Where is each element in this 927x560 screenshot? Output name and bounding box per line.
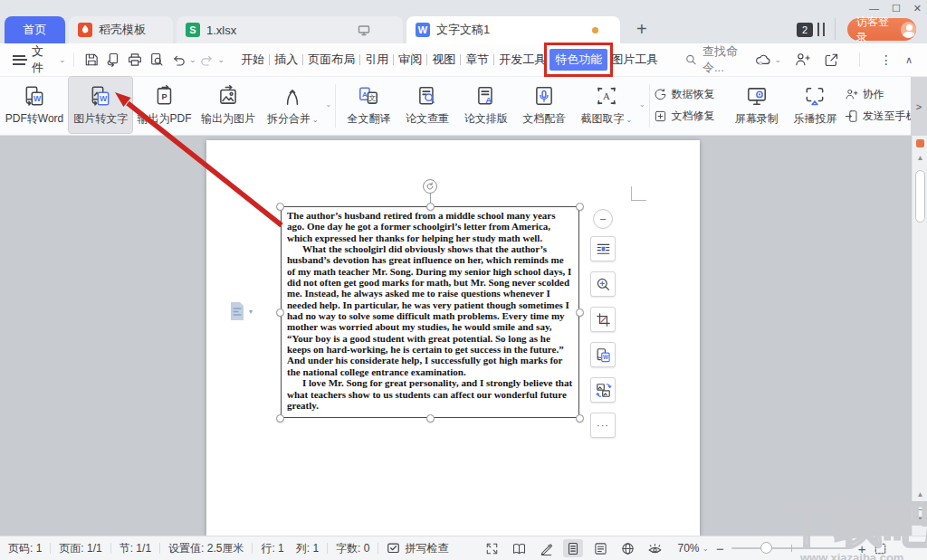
browse-object-button[interactable]: [917, 503, 924, 510]
undo-button[interactable]: [167, 49, 189, 71]
menu-view[interactable]: 视图: [428, 49, 459, 71]
selected-text-box[interactable]: The author’s husband retired from a midd…: [281, 206, 579, 418]
close-button[interactable]: ✕: [913, 3, 922, 14]
zoom-in-button[interactable]: +: [858, 541, 866, 556]
save-button[interactable]: [81, 49, 102, 71]
next-page-icon[interactable]: ▼: [913, 515, 927, 523]
screen-cast-button[interactable]: 乐播投屏: [786, 77, 845, 133]
object-anchor-button[interactable]: ▾: [228, 300, 253, 322]
export-image-button[interactable]: 输出为图片: [196, 77, 260, 133]
page-view-icon[interactable]: [563, 539, 583, 557]
minimize-button[interactable]: —: [869, 3, 879, 14]
tab-list-icon[interactable]: [817, 23, 825, 36]
tab-sheet[interactable]: S 1.xlsx: [177, 16, 403, 43]
hamburger-menu-icon[interactable]: [13, 55, 25, 65]
export-pdf-button[interactable]: P 输出为PDF: [132, 77, 196, 133]
screenshot-ocr-button[interactable]: A 截图取字⌄: [574, 77, 639, 133]
zoom-level-dropdown[interactable]: 70% ⌄: [677, 542, 709, 555]
menu-section[interactable]: 章节: [462, 49, 492, 71]
translate-button[interactable]: A 文 全文翻译: [339, 77, 398, 133]
replace-image-button[interactable]: [590, 377, 616, 403]
collapse-ribbon-icon[interactable]: ∧: [905, 54, 913, 66]
status-word-count[interactable]: 字数: 0: [328, 541, 377, 556]
menu-dev-tools[interactable]: 开发工具: [495, 49, 550, 71]
undo-dropdown-icon[interactable]: ⌄: [189, 55, 196, 64]
add-user-icon[interactable]: [794, 52, 810, 68]
web-view-icon[interactable]: [617, 539, 637, 557]
zoom-slider-thumb[interactable]: [760, 542, 772, 554]
status-pages[interactable]: 页面: 1/1: [51, 541, 110, 556]
tab-count-badge[interactable]: 2: [797, 23, 813, 37]
menu-review[interactable]: 审阅: [395, 49, 425, 71]
menu-special-features-active[interactable]: 特色功能: [550, 49, 607, 71]
handle-mid-right[interactable]: [576, 308, 584, 317]
tab-document-active[interactable]: W 文字文稿1: [406, 16, 620, 43]
handle-top-center[interactable]: [426, 203, 435, 211]
outline-view-icon[interactable]: [590, 539, 610, 557]
handle-top-left[interactable]: [276, 203, 284, 211]
document-page[interactable]: ▾ The author’s husband retired from a mi…: [206, 140, 700, 536]
handle-bottom-left[interactable]: [276, 414, 284, 422]
ribbon-expand-button[interactable]: >: [911, 77, 927, 136]
eye-protection-icon[interactable]: [645, 539, 664, 557]
zoom-in-button[interactable]: [590, 271, 616, 297]
read-mode-icon[interactable]: [509, 539, 529, 557]
wrap-layout-button[interactable]: [590, 236, 616, 261]
status-setting-value[interactable]: 设置值: 2.5厘米: [160, 541, 252, 556]
more-tools-button[interactable]: ···: [590, 413, 616, 438]
handle-top-right[interactable]: [576, 203, 584, 211]
rotation-handle[interactable]: [423, 179, 437, 194]
split-merge-button[interactable]: 拆分合并⌄: [260, 77, 325, 133]
tab-home[interactable]: 首页: [5, 16, 65, 43]
doc-repair-button[interactable]: 文档修复: [654, 108, 728, 124]
group-dropdown-icon[interactable]: ⌄: [639, 100, 645, 109]
share-icon[interactable]: [823, 52, 839, 68]
visitor-login-button[interactable]: 访客登录: [847, 18, 916, 41]
screen-record-button[interactable]: 屏幕录制: [727, 77, 786, 133]
tab-docer[interactable]: 稻壳模板: [69, 16, 173, 43]
write-mode-icon[interactable]: [536, 539, 556, 557]
prev-page-icon[interactable]: ▲: [913, 490, 927, 498]
paper-layout-button[interactable]: A 论文排版: [456, 77, 515, 133]
handle-bottom-center[interactable]: [426, 414, 435, 422]
menu-start[interactable]: 开始: [237, 49, 268, 71]
doc-dubbing-button[interactable]: 文档配音: [515, 77, 574, 133]
print-button[interactable]: [124, 49, 146, 71]
menu-reference[interactable]: 引用: [361, 49, 392, 71]
paper-check-button[interactable]: 论文查重: [398, 77, 457, 133]
status-section[interactable]: 节: 1/1: [111, 541, 159, 556]
quickbar-more-icon[interactable]: ⌄: [218, 55, 225, 64]
fit-page-button[interactable]: [874, 542, 887, 555]
spell-check-toggle[interactable]: 拼写检查: [378, 541, 456, 556]
zoom-slider[interactable]: [731, 547, 851, 549]
handle-mid-left[interactable]: [276, 308, 284, 317]
collapse-toolbar-button[interactable]: −: [593, 209, 613, 229]
fullscreen-view-icon[interactable]: [482, 539, 502, 557]
maximize-button[interactable]: ☐: [892, 3, 901, 14]
status-page-number[interactable]: 页码: 1: [0, 541, 50, 556]
chevron-down-icon[interactable]: ⌄: [59, 55, 66, 64]
data-recovery-button[interactable]: 数据恢复: [654, 86, 728, 102]
scroll-up-icon[interactable]: ▲: [913, 154, 927, 162]
image-to-text-button[interactable]: W 图片转文字: [69, 77, 132, 133]
more-options-icon[interactable]: ⋮: [880, 52, 893, 67]
redo-button[interactable]: [196, 49, 218, 71]
zoom-out-button[interactable]: −: [716, 541, 724, 556]
crop-button[interactable]: [590, 307, 616, 332]
print-preview-button[interactable]: [146, 49, 167, 71]
vertical-scrollbar[interactable]: ▲ ▲ ▼: [912, 136, 927, 536]
find-command-search[interactable]: 查找命令...: [685, 43, 754, 76]
scrollbar-thumb[interactable]: [915, 170, 925, 223]
new-tab-button[interactable]: +: [636, 20, 647, 38]
menu-insert[interactable]: 插入: [271, 49, 301, 71]
image-to-text-quick-button[interactable]: W: [590, 342, 616, 367]
export-convert-icon[interactable]: [102, 49, 124, 71]
handle-bottom-right[interactable]: [576, 414, 584, 422]
cloud-sync-icon[interactable]: ⌄: [754, 52, 781, 67]
pdf-to-word-button[interactable]: W PDF转Word: [0, 77, 69, 133]
scrollbar-top-badge-icon[interactable]: [916, 139, 924, 147]
menu-picture-tools[interactable]: 图片工具: [607, 49, 662, 71]
menu-page-layout[interactable]: 页面布局: [304, 49, 358, 71]
group-dropdown-icon[interactable]: ⌄: [325, 100, 331, 109]
file-menu[interactable]: 文件: [32, 43, 53, 76]
